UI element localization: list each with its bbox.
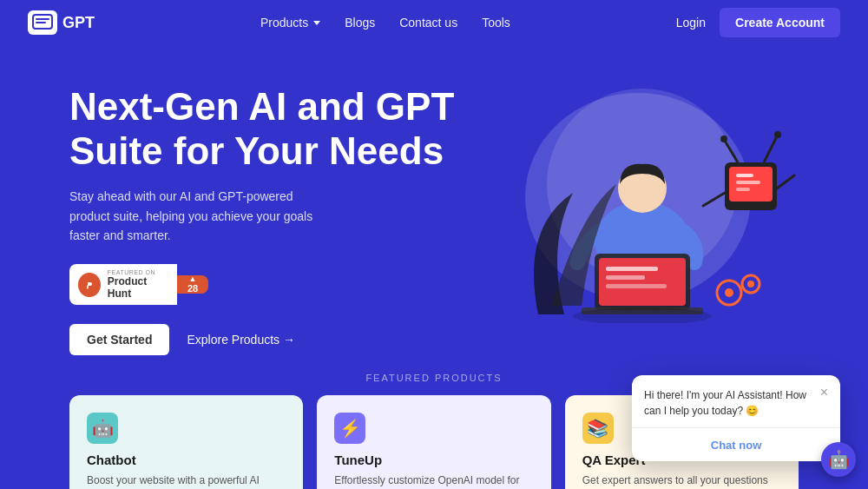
- nav-products[interactable]: Products: [260, 16, 320, 30]
- tuneup-desc: Effortlessly customize OpenAI model for …: [334, 472, 533, 489]
- navbar: GPT Products Blogs Contact us Tools Logi…: [0, 0, 868, 45]
- svg-line-22: [777, 175, 794, 188]
- svg-rect-6: [599, 258, 686, 306]
- nav-links: Products Blogs Contact us Tools: [260, 16, 510, 30]
- chat-header: Hi there! I'm your AI Assistant! How can…: [632, 375, 840, 427]
- tuneup-name: TuneUp: [334, 453, 533, 467]
- chatbot-name: Chatbot: [87, 453, 286, 467]
- qa-desc: Get expert answers to all your questions…: [582, 472, 781, 489]
- hero-subtitle: Stay ahead with our AI and GPT-powered p…: [69, 187, 330, 245]
- chatbot-desc: Boost your website with a powerful AI ch…: [87, 472, 286, 489]
- hero-title: Next-Gen AI and GPT Suite for Your Needs: [69, 85, 469, 173]
- svg-rect-8: [606, 275, 645, 280]
- nav-contact[interactable]: Contact us: [399, 16, 457, 30]
- logo-text: GPT: [62, 14, 95, 32]
- bot-fab-button[interactable]: 🤖: [821, 442, 856, 477]
- nav-actions: Login Create Account: [676, 8, 840, 37]
- chat-footer: Chat now: [632, 427, 840, 461]
- chat-now-button[interactable]: Chat now: [711, 439, 762, 452]
- product-card-chatbot: 🤖 Chatbot Boost your website with a powe…: [69, 395, 303, 489]
- tuneup-icon: ⚡: [334, 413, 365, 444]
- bot-fab-icon: 🤖: [828, 449, 850, 470]
- svg-rect-7: [606, 267, 658, 271]
- explore-products-button[interactable]: Explore Products →: [187, 333, 295, 347]
- hero-illustration: [469, 71, 799, 323]
- svg-line-18: [764, 136, 777, 162]
- hero-buttons: Get Started Explore Products →: [69, 324, 469, 355]
- svg-point-24: [725, 288, 733, 297]
- product-hunt-icon: [78, 273, 101, 297]
- chevron-down-icon: [313, 21, 320, 25]
- hero-section: Next-Gen AI and GPT Suite for Your Needs…: [0, 45, 868, 355]
- svg-point-26: [747, 281, 754, 287]
- chat-message: Hi there! I'm your AI Assistant! How can…: [644, 387, 820, 419]
- logo[interactable]: GPT: [28, 10, 95, 35]
- svg-rect-14: [736, 174, 753, 177]
- chat-widget: Hi there! I'm your AI Assistant! How can…: [632, 375, 840, 461]
- svg-point-19: [720, 135, 727, 142]
- ph-votes: ▲ 28: [177, 275, 208, 294]
- product-hunt-badge[interactable]: FEATURED ON Product Hunt ▲ 28: [69, 264, 208, 305]
- chat-close-button[interactable]: ×: [820, 386, 828, 400]
- qa-icon: 📚: [582, 413, 614, 444]
- logo-icon: [28, 10, 57, 35]
- ph-badge-main: FEATURED ON Product Hunt: [69, 264, 177, 305]
- svg-rect-9: [606, 284, 667, 288]
- ph-text-block: FEATURED ON Product Hunt: [108, 269, 168, 300]
- nav-blogs[interactable]: Blogs: [345, 16, 375, 30]
- svg-rect-15: [736, 181, 760, 184]
- create-account-button[interactable]: Create Account: [720, 8, 840, 37]
- chatbot-icon: 🤖: [87, 413, 118, 444]
- nav-tools[interactable]: Tools: [482, 16, 510, 30]
- svg-rect-16: [736, 188, 750, 191]
- get-started-button[interactable]: Get Started: [69, 324, 169, 355]
- svg-point-20: [774, 131, 781, 138]
- product-card-tuneup: ⚡ TuneUp Effortlessly customize OpenAI m…: [317, 395, 550, 489]
- hero-illustration-container: [469, 71, 799, 323]
- hero-content: Next-Gen AI and GPT Suite for Your Needs…: [69, 71, 469, 355]
- login-button[interactable]: Login: [676, 16, 706, 30]
